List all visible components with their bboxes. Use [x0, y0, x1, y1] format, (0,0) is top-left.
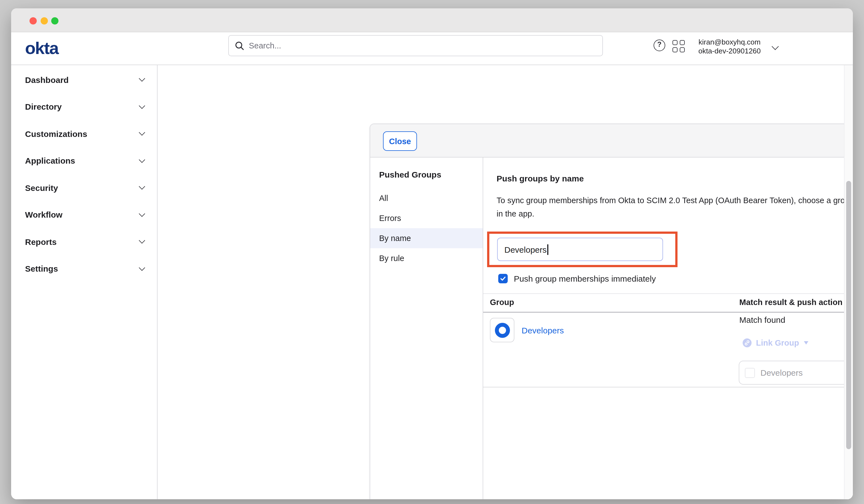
- dropdown-caret-icon: [804, 341, 808, 345]
- search-input[interactable]: [229, 36, 602, 56]
- checkbox-label: Push group memberships immediately: [514, 274, 656, 283]
- sidebar-item-dashboard[interactable]: Dashboard: [11, 66, 157, 93]
- group-input-value: Developers: [504, 244, 547, 254]
- table-row-border: [483, 387, 853, 387]
- group-link[interactable]: Developers: [521, 326, 564, 335]
- table-header-border: [483, 312, 853, 313]
- push-groups-panel: Close Pushed Groups All Errors By name B…: [370, 123, 853, 499]
- sidebar-item-directory[interactable]: Directory: [11, 93, 157, 120]
- check-icon: [500, 276, 506, 281]
- pushed-groups-title: Pushed Groups: [379, 170, 441, 179]
- chevron-down-icon[interactable]: [771, 43, 779, 50]
- top-nav: okta ? kiran@boxyhq.com okta-dev-2090126…: [11, 32, 853, 65]
- linked-group-select[interactable]: Developers: [739, 361, 853, 385]
- pushed-groups-tab-all[interactable]: All: [370, 188, 483, 208]
- highlight-box-input: Developers: [487, 231, 677, 267]
- close-button[interactable]: Close: [383, 131, 417, 151]
- table-top-border: [483, 293, 853, 294]
- sidebar-item-reports[interactable]: Reports: [11, 228, 157, 255]
- group-donut-icon: [495, 323, 510, 338]
- link-group-dropdown[interactable]: Link Group: [743, 338, 808, 347]
- push-by-name-form: Push groups by name To sync group member…: [483, 157, 853, 499]
- match-status: Match found: [739, 315, 785, 324]
- description: To sync group memberships from Okta to S…: [496, 194, 853, 220]
- select-checkbox-glyph: [745, 368, 755, 377]
- main-content: Close Pushed Groups All Errors By name B…: [158, 65, 844, 499]
- sidebar-item-applications[interactable]: Applications: [11, 147, 157, 174]
- help-icon[interactable]: ?: [653, 39, 665, 51]
- chevron-down-icon: [139, 211, 145, 217]
- window-titlebar: [11, 8, 853, 32]
- window-close-button[interactable]: [29, 17, 36, 24]
- org-name: okta-dev-20901260: [693, 47, 766, 55]
- search-box: [228, 35, 603, 56]
- pushed-groups-tab-by-rule[interactable]: By rule: [370, 248, 483, 268]
- push-immediately-checkbox[interactable]: [498, 274, 508, 283]
- okta-logo[interactable]: okta: [25, 38, 58, 58]
- pushed-groups-tab-by-name[interactable]: By name: [370, 228, 483, 248]
- chevron-down-icon: [139, 75, 145, 82]
- chevron-down-icon: [139, 129, 145, 136]
- sidebar-item-settings[interactable]: Settings: [11, 255, 157, 282]
- user-email: kiran@boxyhq.com: [693, 38, 766, 47]
- sidebar-item-customizations[interactable]: Customizations: [11, 120, 157, 147]
- sidebar-item-security[interactable]: Security: [11, 174, 157, 201]
- text-caret: [548, 244, 548, 255]
- panel-header: Close: [370, 124, 853, 157]
- app-window: okta ? kiran@boxyhq.com okta-dev-2090126…: [11, 8, 853, 499]
- scrollbar-track[interactable]: [844, 65, 853, 499]
- chevron-down-icon: [139, 237, 145, 244]
- link-group-label: Link Group: [756, 338, 799, 347]
- chevron-down-icon: [139, 183, 145, 190]
- page-title: Push groups by name: [496, 174, 584, 183]
- select-value: Developers: [760, 368, 803, 377]
- window-maximize-button[interactable]: [51, 17, 58, 24]
- sidebar: Dashboard Directory Customizations Appli…: [11, 65, 158, 499]
- window-minimize-button[interactable]: [40, 17, 48, 24]
- pushed-groups-nav: Pushed Groups All Errors By name By rule: [370, 157, 483, 499]
- pushed-groups-tab-errors[interactable]: Errors: [370, 208, 483, 228]
- push-immediately-row: Push group memberships immediately: [498, 274, 656, 283]
- chevron-down-icon: [139, 103, 145, 109]
- link-icon: [743, 338, 752, 347]
- sidebar-item-workflow[interactable]: Workflow: [11, 201, 157, 228]
- desktop: okta ? kiran@boxyhq.com okta-dev-2090126…: [0, 0, 864, 504]
- group-name-input[interactable]: Developers: [497, 238, 663, 261]
- apps-grid-icon[interactable]: [672, 40, 684, 52]
- column-header-match: Match result & push action: [739, 298, 842, 307]
- scrollbar-thumb[interactable]: [846, 181, 851, 449]
- chevron-down-icon: [139, 156, 145, 163]
- user-menu[interactable]: kiran@boxyhq.com okta-dev-20901260: [693, 38, 766, 55]
- okta-group-icon: [490, 318, 514, 342]
- search-icon: [235, 41, 244, 51]
- chevron-down-icon: [139, 264, 145, 271]
- column-header-group: Group: [490, 298, 514, 307]
